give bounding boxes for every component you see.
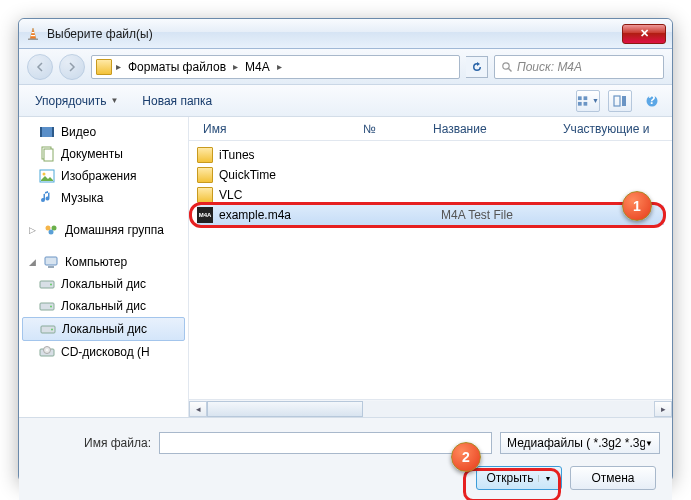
chevron-right-icon: ▸ — [116, 61, 121, 72]
svg-rect-11 — [622, 96, 626, 106]
svg-point-20 — [43, 173, 46, 176]
col-num[interactable]: № — [357, 122, 427, 136]
sidebar: Видео Документы Изображения Музыка ▷ Дом… — [19, 117, 189, 417]
dialog-title: Выберите файл(ы) — [47, 27, 622, 41]
scroll-track[interactable] — [207, 401, 654, 417]
pictures-icon — [39, 168, 55, 184]
sidebar-item-video[interactable]: Видео — [19, 121, 188, 143]
column-headers: Имя № Название Участвующие и — [189, 117, 672, 141]
file-type-filter[interactable]: Медиафайлы ( *.3g2 *.3gp *.3g ▼ — [500, 432, 660, 454]
svg-point-34 — [46, 349, 48, 351]
drive-icon — [39, 276, 55, 292]
annotation-callout-1: 1 — [622, 191, 652, 221]
svg-point-21 — [46, 226, 51, 231]
music-icon — [39, 190, 55, 206]
sidebar-item-music[interactable]: Музыка — [19, 187, 188, 209]
breadcrumb-seg-2[interactable]: M4A — [242, 58, 273, 76]
help-button[interactable]: ? — [640, 90, 664, 112]
breadcrumb[interactable]: ▸ Форматы файлов ▸ M4A ▸ — [91, 55, 460, 79]
chevron-down-icon: ▼ — [645, 439, 653, 448]
svg-rect-18 — [44, 149, 53, 161]
sidebar-item-cdrom[interactable]: CD-дисковод (Н — [19, 341, 188, 363]
file-list: iTunes QuickTime VLC M4A example.m4a M4A… — [189, 141, 672, 399]
scroll-thumb[interactable] — [207, 401, 363, 417]
close-button[interactable]: ✕ — [622, 24, 666, 44]
sidebar-item-homegroup[interactable]: ▷ Домашняя группа — [19, 219, 188, 241]
back-button[interactable] — [27, 54, 53, 80]
scroll-right-button[interactable]: ▸ — [654, 401, 672, 417]
cdrom-icon — [39, 344, 55, 360]
svg-rect-6 — [578, 96, 582, 100]
drive-icon — [40, 321, 56, 337]
dialog-footer: Имя файла: Медиафайлы ( *.3g2 *.3gp *.3g… — [19, 417, 672, 500]
breadcrumb-seg-1[interactable]: Форматы файлов — [125, 58, 229, 76]
col-participants[interactable]: Участвующие и — [557, 122, 664, 136]
svg-point-29 — [50, 306, 52, 308]
view-options-button[interactable]: ▼ — [576, 90, 600, 112]
svg-rect-7 — [584, 96, 588, 100]
documents-icon — [39, 146, 55, 162]
homegroup-icon — [43, 222, 59, 238]
svg-rect-9 — [584, 101, 588, 105]
chevron-right-icon: ▸ — [277, 61, 282, 72]
sidebar-item-computer[interactable]: ◢ Компьютер — [19, 251, 188, 273]
new-folder-button[interactable]: Новая папка — [134, 90, 220, 112]
folder-icon — [197, 147, 213, 163]
scroll-left-button[interactable]: ◂ — [189, 401, 207, 417]
titlebar: Выберите файл(ы) ✕ — [19, 19, 672, 49]
video-icon — [39, 124, 55, 140]
chevron-down-icon: ▼ — [538, 475, 552, 482]
chevron-right-icon: ▸ — [233, 61, 238, 72]
vlc-icon — [25, 26, 41, 42]
file-row-selected[interactable]: M4A example.m4a M4A Test File — [197, 205, 664, 225]
col-title[interactable]: Название — [427, 122, 557, 136]
search-placeholder: Поиск: M4A — [517, 60, 582, 74]
computer-icon — [43, 254, 59, 270]
svg-rect-14 — [40, 127, 54, 137]
svg-point-31 — [51, 329, 53, 331]
search-input[interactable]: Поиск: M4A — [494, 55, 664, 79]
sidebar-item-disk-1[interactable]: Локальный дис — [19, 273, 188, 295]
svg-point-22 — [52, 226, 57, 231]
svg-rect-24 — [45, 257, 57, 265]
nav-bar: ▸ Форматы файлов ▸ M4A ▸ Поиск: M4A — [19, 49, 672, 85]
svg-rect-2 — [31, 35, 35, 36]
sidebar-item-pictures[interactable]: Изображения — [19, 165, 188, 187]
folder-row[interactable]: QuickTime — [197, 165, 664, 185]
toolbar: Упорядочить ▼ Новая папка ▼ ? — [19, 85, 672, 117]
organize-button[interactable]: Упорядочить ▼ — [27, 90, 126, 112]
sidebar-item-disk-3[interactable]: Локальный дис — [22, 317, 185, 341]
forward-button[interactable] — [59, 54, 85, 80]
drive-icon — [39, 298, 55, 314]
svg-rect-10 — [614, 96, 620, 106]
svg-rect-8 — [578, 101, 582, 105]
folder-icon — [96, 59, 112, 75]
svg-rect-15 — [40, 127, 42, 137]
preview-pane-button[interactable] — [608, 90, 632, 112]
open-button[interactable]: Открыть ▼ — [476, 466, 562, 490]
filename-input[interactable] — [159, 432, 492, 454]
svg-rect-3 — [28, 38, 38, 40]
folder-row[interactable]: VLC — [197, 185, 664, 205]
file-open-dialog: Выберите файл(ы) ✕ ▸ Форматы файлов ▸ M4… — [18, 18, 673, 482]
search-icon — [501, 61, 513, 73]
horizontal-scrollbar[interactable]: ◂ ▸ — [189, 399, 672, 417]
folder-icon — [197, 167, 213, 183]
chevron-down-icon: ▼ — [110, 96, 118, 105]
collapse-icon: ◢ — [27, 257, 37, 267]
filename-label: Имя файла: — [31, 436, 151, 450]
file-area: Имя № Название Участвующие и iTunes Quic… — [189, 117, 672, 417]
m4a-file-icon: M4A — [197, 207, 213, 223]
folder-row[interactable]: iTunes — [197, 145, 664, 165]
svg-text:?: ? — [648, 94, 655, 107]
svg-rect-1 — [32, 32, 35, 33]
folder-icon — [197, 187, 213, 203]
sidebar-item-disk-2[interactable]: Локальный дис — [19, 295, 188, 317]
sidebar-item-documents[interactable]: Документы — [19, 143, 188, 165]
refresh-button[interactable] — [466, 56, 488, 78]
svg-line-5 — [509, 68, 512, 71]
expand-icon: ▷ — [27, 225, 37, 235]
cancel-button[interactable]: Отмена — [570, 466, 656, 490]
svg-marker-0 — [30, 28, 36, 39]
col-name[interactable]: Имя — [197, 122, 357, 136]
